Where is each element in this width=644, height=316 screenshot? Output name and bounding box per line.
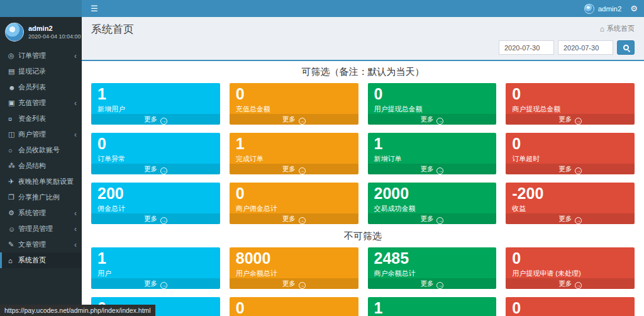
breadcrumb[interactable]: ⌂ 系统首页 [600,24,635,33]
sidebar-item-image[interactable]: ▣充值管理‹ [0,95,82,111]
sidebar-item-label: 管理员管理 [18,224,72,234]
sidebar-item-label: 系统管理 [18,208,72,218]
more-link[interactable]: 更多 → [368,278,497,290]
stat-box: -200收益更多 → [506,183,635,224]
home-icon: ⌂ [8,257,18,264]
more-link[interactable]: 更多 → [230,278,358,290]
chevron-left-icon: ‹ [72,99,77,108]
sidebar-item-users-alt[interactable]: ☺管理员管理‹ [0,221,82,237]
stat-value: 0 [512,300,628,316]
more-link[interactable]: 更多 → [91,213,220,225]
sidebar-item-edit[interactable]: ✎文章管理‹ [0,237,82,252]
date-to-input[interactable] [558,40,613,55]
home-icon: ⌂ [600,25,604,33]
stat-value: 0 [97,135,214,153]
arrow-circle-right-icon: → [575,217,582,224]
edit-icon: ✎ [8,240,18,249]
more-link[interactable]: 更多 → [91,278,220,290]
stat-box: 0商户提现总金额更多 → [506,83,635,125]
stat-value: 200 [97,185,214,203]
sidebar-item-label: 夜晚抢单奖励设置 [18,177,77,186]
date-from-input[interactable] [499,40,554,55]
dashboard-icon: ◎ [8,52,18,60]
more-link[interactable]: 更多 → [506,114,635,125]
sidebar-item-money[interactable]: ¤资金列表 [0,111,82,127]
stat-box: 0用户提现总金额更多 → [368,83,497,125]
browser-status-url: https://pay.ucodes.net/admin.php/index/i… [0,305,155,316]
sidebar-item-label: 系统首页 [18,256,77,265]
stat-label: 收益 [512,204,628,213]
more-link[interactable]: 更多 → [506,164,635,175]
sidebar-item-users[interactable]: ⁂会员结构 [0,158,82,174]
sidebar-avatar [5,23,24,42]
more-link[interactable]: 更多 → [368,213,497,225]
stat-value: 2485 [374,250,491,268]
users-icon: ⁂ [8,162,18,170]
stat-label: 用户余额总计 [236,269,352,278]
sidebar-item-table[interactable]: ▤提现记录 [0,64,82,79]
sidebar-item-bank[interactable]: ◫商户管理‹ [0,127,82,142]
sidebar-menu: ◎订单管理‹▤提现记录☻会员列表▣充值管理‹¤资金列表◫商户管理‹○会员收款账号… [0,48,82,268]
stat-value: 0 [236,185,352,203]
more-link[interactable]: 更多 → [368,164,497,175]
more-link[interactable]: 更多 → [506,278,635,290]
chevron-left-icon: ‹ [72,209,77,218]
sidebar-item-circle-o[interactable]: ○会员收款账号 [0,142,82,158]
logo-area [0,0,82,17]
more-link[interactable]: 更多 → [230,164,358,175]
arrow-circle-right-icon: → [299,167,306,174]
stat-box: 0商户提现申请 (未处理)更多 → [230,297,358,316]
stat-label: 用户提现申请 (未处理) [512,269,628,278]
sidebar-item-plane[interactable]: ✈夜晚抢单奖励设置 [0,174,82,189]
stat-value: 0 [512,86,628,103]
chevron-left-icon: ‹ [72,130,77,139]
more-link[interactable]: 更多 → [506,213,635,225]
stat-label: 新增订单 [374,154,491,164]
stat-value: 8000 [236,250,352,268]
navbar-user-menu[interactable]: admin2 [584,4,622,14]
gear-icon[interactable]: ⚙ [630,4,638,13]
more-link[interactable]: 更多 → [230,114,358,125]
search-button[interactable] [617,40,635,55]
more-link[interactable]: 更多 → [368,114,497,125]
stat-box: 200佣金总计更多 → [91,183,220,224]
stat-label: 完成订单 [236,154,352,164]
stat-value: 1 [97,86,214,103]
arrow-circle-right-icon: → [299,217,306,224]
section-heading: 不可筛选 [91,230,635,242]
stat-label: 订单异常 [97,154,214,164]
arrow-circle-right-icon: → [575,118,582,125]
arrow-circle-right-icon: → [160,167,167,174]
stat-label: 充值总金额 [236,104,352,114]
more-link[interactable]: 更多 → [91,114,220,125]
stat-value: 0 [236,86,352,103]
sidebar-item-wrench[interactable]: ⚙系统管理‹ [0,205,82,221]
stat-box: 2000交易成功金额更多 → [368,183,497,224]
sidebar-item-book[interactable]: ❐分享推广比例 [0,189,82,205]
users-alt-icon: ☺ [8,225,18,233]
stat-label: 商户佣金总计 [236,204,352,213]
sidebar-item-label: 会员列表 [18,82,77,92]
stat-box: 1用户更多 → [91,247,220,289]
stat-box: 0用户提现申请 (未处理)更多 → [506,247,635,289]
stat-value: 1 [97,250,214,268]
navbar-username: admin2 [598,5,622,13]
more-link[interactable]: 更多 → [91,164,220,175]
sidebar-item-label: 订单管理 [18,51,72,60]
sidebar-item-label: 会员结构 [18,161,77,171]
sidebar-item-home[interactable]: ⌂系统首页 [0,252,82,268]
sidebar-item-user[interactable]: ☻会员列表 [0,79,82,95]
page-title: 系统首页 [91,22,134,37]
breadcrumb-label: 系统首页 [607,24,635,33]
chevron-left-icon: ‹ [72,240,77,249]
stat-value: 1 [374,300,491,316]
arrow-circle-right-icon: → [160,118,167,125]
more-link[interactable]: 更多 → [230,213,358,225]
arrow-circle-right-icon: → [436,217,443,224]
sidebar-item-dashboard[interactable]: ◎订单管理‹ [0,48,82,64]
stat-label: 订单超时 [512,154,628,164]
sidebar-toggle-icon[interactable]: ☰ [88,0,101,17]
stat-box: 0商户佣金总计更多 → [230,183,358,224]
sidebar-item-label: 资金列表 [18,114,77,123]
sidebar-item-label: 分享推广比例 [18,193,77,202]
